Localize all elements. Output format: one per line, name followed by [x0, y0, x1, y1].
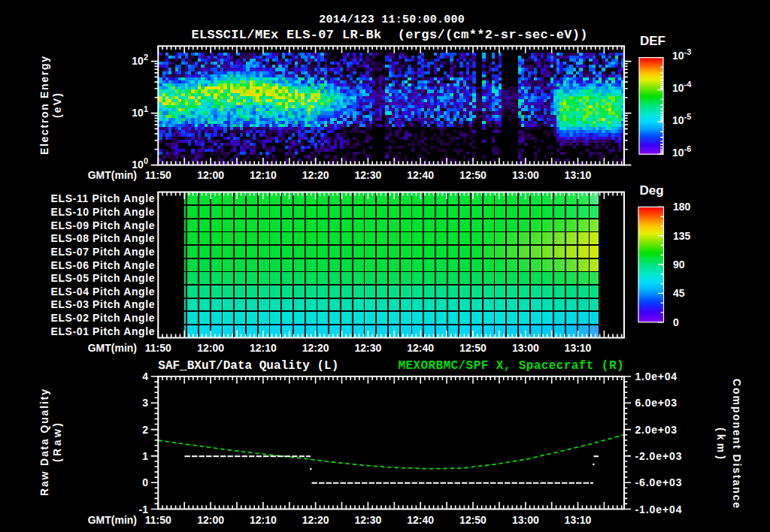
svg-text:3: 3 [142, 397, 148, 409]
svg-text:ELS-08 Pitch Angle: ELS-08 Pitch Angle [51, 232, 155, 244]
svg-text:13:00: 13:00 [512, 514, 539, 526]
svg-text:4: 4 [142, 370, 148, 382]
svg-text:12:30: 12:30 [354, 514, 381, 526]
svg-text:ELS-02 Pitch Angle: ELS-02 Pitch Angle [51, 312, 155, 324]
svg-text:12:10: 12:10 [250, 342, 277, 354]
svg-text:90: 90 [673, 258, 685, 271]
svg-text:12:40: 12:40 [407, 514, 434, 526]
svg-text:Component Distance: Component Distance [731, 379, 743, 508]
svg-text:12:50: 12:50 [459, 514, 487, 526]
svg-text:0: 0 [142, 476, 148, 488]
svg-text:12:00: 12:00 [197, 342, 224, 354]
svg-text:MEXORBMC/SPF X, Spacecraft (R): MEXORBMC/SPF X, Spacecraft (R) [399, 359, 624, 373]
svg-text:1: 1 [142, 450, 148, 462]
svg-text:-2.0e+03: -2.0e+03 [635, 450, 682, 462]
svg-text:45: 45 [673, 287, 685, 299]
svg-text:-1.0e+04: -1.0e+04 [635, 503, 682, 515]
svg-text:GMT(min): GMT(min) [88, 169, 137, 181]
svg-text:ELS-04 Pitch Angle: ELS-04 Pitch Angle [51, 286, 155, 298]
svg-text:12:50: 12:50 [459, 342, 487, 354]
svg-text:13:00: 13:00 [512, 342, 539, 354]
svg-text:12:40: 12:40 [407, 342, 434, 354]
svg-text:12:10: 12:10 [250, 514, 277, 526]
svg-text:DEF: DEF [640, 34, 665, 48]
svg-text:ELSSCIL/MEx ELS-07 LR-Bk (erg: ELSSCIL/MEx ELS-07 LR-Bk (ergs/(cm**2-sr… [192, 28, 588, 42]
svg-text:SAF_BXuT/Data Quality (L): SAF_BXuT/Data Quality (L) [158, 359, 338, 373]
svg-text:2.0e+03: 2.0e+03 [635, 424, 678, 436]
svg-text:GMT(min): GMT(min) [88, 514, 137, 526]
svg-text:11:50: 11:50 [145, 514, 171, 526]
svg-text:ELS-09 Pitch Angle: ELS-09 Pitch Angle [51, 219, 155, 231]
svg-text:12:50: 12:50 [459, 169, 487, 181]
svg-text:ELS-10 Pitch Angle: ELS-10 Pitch Angle [51, 206, 155, 218]
svg-text:12:10: 12:10 [250, 169, 277, 181]
svg-text:11:50: 11:50 [145, 169, 171, 181]
svg-text:ELS-05 Pitch Angle: ELS-05 Pitch Angle [51, 272, 155, 284]
svg-text:0: 0 [673, 316, 679, 328]
svg-text:2: 2 [142, 424, 148, 436]
svg-text:12:30: 12:30 [354, 342, 381, 354]
svg-text:11:50: 11:50 [145, 342, 171, 354]
svg-text:12:20: 12:20 [302, 169, 329, 181]
svg-text:6.0e+03: 6.0e+03 [635, 397, 678, 409]
svg-text:ELS-06 Pitch Angle: ELS-06 Pitch Angle [51, 259, 155, 271]
svg-text:1.0e+04: 1.0e+04 [635, 370, 678, 382]
svg-text:13:10: 13:10 [565, 514, 592, 526]
svg-text:135: 135 [673, 230, 691, 242]
svg-text:GMT(min): GMT(min) [88, 342, 137, 354]
svg-text:12:40: 12:40 [407, 169, 434, 181]
svg-text:13:00: 13:00 [512, 169, 539, 181]
svg-text:13:10: 13:10 [565, 342, 592, 354]
svg-text:180: 180 [673, 201, 691, 213]
svg-text:ELS-03 Pitch Angle: ELS-03 Pitch Angle [51, 298, 155, 310]
svg-text:ELS-07 Pitch Angle: ELS-07 Pitch Angle [51, 246, 155, 258]
svg-text:13:10: 13:10 [565, 169, 592, 181]
svg-text:ELS-11 Pitch Angle: ELS-11 Pitch Angle [51, 192, 155, 204]
svg-text:-6.0e+03: -6.0e+03 [635, 476, 682, 488]
svg-text:12:00: 12:00 [197, 169, 224, 181]
svg-text:12:20: 12:20 [302, 514, 329, 526]
svg-text:ELS-01 Pitch Angle: ELS-01 Pitch Angle [51, 325, 155, 337]
svg-text:12:00: 12:00 [197, 514, 224, 526]
svg-text:12:30: 12:30 [354, 169, 381, 181]
svg-text:12:20: 12:20 [302, 342, 329, 354]
svg-text:Deg: Deg [640, 183, 664, 198]
svg-text:2014/123 11:50:00.000: 2014/123 11:50:00.000 [319, 14, 465, 26]
